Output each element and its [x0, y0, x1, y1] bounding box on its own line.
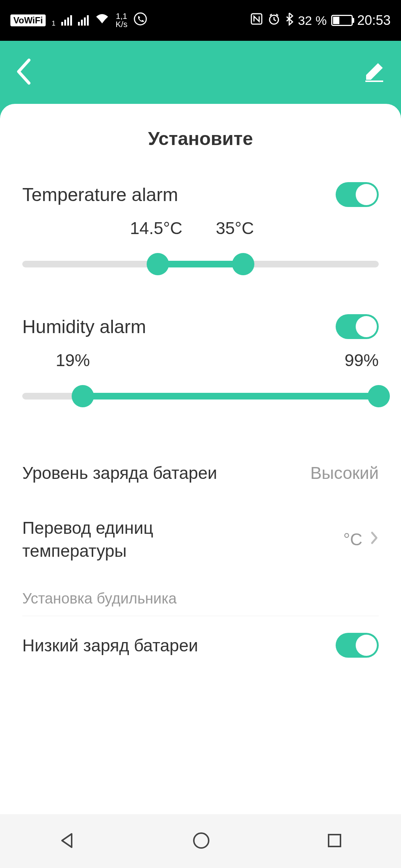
- data-rate-value: 1,1: [115, 12, 127, 20]
- sim-indicator: 1: [52, 20, 55, 27]
- data-rate-unit: K/s: [115, 20, 127, 29]
- nav-home-button[interactable]: [192, 831, 211, 852]
- temperature-min-thumb[interactable]: [147, 253, 169, 275]
- wifi-icon: [95, 13, 110, 28]
- temperature-units-value: °C: [343, 529, 379, 549]
- battery-level-label: Уровень заряда батареи: [22, 463, 217, 483]
- temperature-units-text: °C: [343, 529, 362, 549]
- signal-bars-2-icon: [78, 15, 89, 26]
- bluetooth-icon: [285, 12, 293, 29]
- status-bar: VoWiFi 1 1,1 K/s 32 % 20:53: [0, 0, 401, 41]
- settings-card: Установите Temperature alarm 14.5°C 35°C…: [0, 104, 401, 814]
- humidity-alarm-toggle[interactable]: [336, 314, 379, 339]
- humidity-range-readout: 19% 99%: [22, 350, 379, 370]
- data-rate: 1,1 K/s: [115, 12, 127, 29]
- humidity-min-thumb[interactable]: [72, 385, 94, 407]
- low-battery-label: Низкий заряд батареи: [22, 635, 198, 655]
- whatsapp-icon: [133, 12, 147, 29]
- humidity-max-label: 99%: [345, 350, 379, 370]
- temperature-max-thumb[interactable]: [232, 253, 254, 275]
- signal-bars-1-icon: [61, 15, 72, 26]
- svg-point-0: [134, 13, 146, 25]
- temperature-max-label: 35°C: [216, 218, 254, 238]
- temperature-min-label: 14.5°C: [130, 218, 182, 238]
- battery-icon: [331, 15, 353, 26]
- humidity-max-thumb[interactable]: [368, 385, 390, 407]
- battery-percent: 32 %: [298, 13, 327, 28]
- status-left: VoWiFi 1 1,1 K/s: [10, 12, 147, 29]
- back-button[interactable]: [15, 57, 32, 88]
- temperature-alarm-row: Temperature alarm: [22, 182, 379, 207]
- low-battery-row: Низкий заряд батареи: [22, 616, 379, 674]
- temperature-units-label: Перевод единиц температуры: [22, 516, 215, 562]
- app-header: [0, 41, 401, 104]
- vowifi-badge: VoWiFi: [10, 14, 46, 26]
- chevron-right-icon: [370, 529, 379, 549]
- svg-point-3: [194, 833, 209, 848]
- temperature-range-slider[interactable]: [22, 253, 379, 275]
- temperature-range-readout: 14.5°C 35°C: [22, 218, 379, 238]
- nav-back-button[interactable]: [58, 831, 77, 852]
- clock-time: 20:53: [357, 13, 391, 28]
- battery-level-row: Уровень заряда батареи Высокий: [22, 446, 379, 500]
- humidity-alarm-row: Humidity alarm: [22, 314, 379, 339]
- status-right: 32 % 20:53: [250, 12, 391, 29]
- page-title: Установите: [22, 128, 379, 149]
- edit-button[interactable]: [362, 60, 386, 85]
- alarm-section-header: Установка будильника: [22, 579, 379, 616]
- nav-recent-button[interactable]: [326, 832, 343, 851]
- navigation-bar: [0, 814, 401, 868]
- temperature-units-row[interactable]: Перевод единиц температуры °C: [22, 500, 379, 579]
- battery-level-value: Высокий: [310, 463, 379, 483]
- alarm-icon: [267, 12, 281, 29]
- humidity-alarm-label: Humidity alarm: [22, 316, 146, 338]
- nfc-icon: [250, 13, 263, 28]
- temperature-alarm-label: Temperature alarm: [22, 184, 178, 206]
- humidity-min-label: 19%: [56, 350, 90, 370]
- temperature-alarm-toggle[interactable]: [336, 182, 379, 207]
- low-battery-toggle[interactable]: [336, 633, 379, 658]
- humidity-range-slider[interactable]: [22, 385, 379, 407]
- content-area: Установите Temperature alarm 14.5°C 35°C…: [0, 104, 401, 814]
- svg-rect-4: [329, 835, 340, 846]
